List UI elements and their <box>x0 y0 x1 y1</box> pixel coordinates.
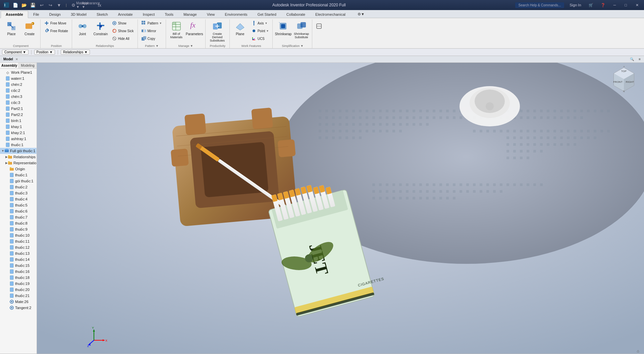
tree-item[interactable]: Mate:26 <box>0 299 37 305</box>
purchase-btn[interactable]: 🛒 <box>587 2 595 8</box>
qat-undo[interactable]: ↩ <box>38 2 45 8</box>
component-dropdown-btn[interactable]: Component ▼ <box>2 50 29 55</box>
position-dropdown-btn[interactable]: Position ▼ <box>34 50 55 55</box>
tree-item[interactable]: thuốc:7 <box>0 214 37 220</box>
tree-item[interactable]: thuốc:10 <box>0 232 37 238</box>
model-tab-close[interactable]: ✕ <box>15 58 18 61</box>
tab-view[interactable]: View <box>202 10 220 18</box>
show-sick-button[interactable]: ! Show Sick <box>110 27 136 35</box>
tab-3dmodel[interactable]: 3D Model <box>66 10 92 18</box>
viewcube[interactable]: TOP RIGHT FRONT N S <box>610 66 637 93</box>
tree-item[interactable]: chén:2 <box>0 81 37 87</box>
nav-search-btn[interactable]: 🔍 <box>629 57 635 61</box>
tab-electromechanical[interactable]: Electromechanical <box>310 10 351 18</box>
help-btn[interactable]: ❓ <box>599 2 607 8</box>
tab-environments[interactable]: Environments <box>220 10 252 18</box>
qat-redo[interactable]: ↪ <box>47 2 54 8</box>
search-help-box[interactable]: Search Help & Commands... <box>515 2 565 8</box>
panel-tab-assembly[interactable]: Assembly <box>0 63 19 68</box>
tree-item[interactable]: thuốc:13 <box>0 250 37 256</box>
tree-item[interactable]: ◇Work Plane1 <box>0 69 37 75</box>
axis-button[interactable]: Axis ▼ <box>250 19 271 27</box>
tree-item[interactable]: waterr:1 <box>0 75 37 81</box>
tree-item[interactable]: thuốc:14 <box>0 256 37 262</box>
tree-item[interactable]: thuốc:21 <box>0 293 37 299</box>
tree-item[interactable]: thuốc:19 <box>0 281 37 287</box>
mirror-button[interactable]: Mirror <box>140 27 164 35</box>
joint-button[interactable]: Joint <box>74 19 91 37</box>
ucs-button[interactable]: UCS <box>250 35 271 42</box>
create-button[interactable]: + Create <box>21 19 38 37</box>
tab-file[interactable]: File <box>28 10 44 18</box>
tree-item[interactable]: thuốc:5 <box>0 202 37 208</box>
tab-manage[interactable]: Manage <box>178 10 202 18</box>
home-tab-btn[interactable]: ⌂ <box>635 348 641 354</box>
qat-formula[interactable]: fx <box>96 2 103 8</box>
minimize-btn[interactable]: ─ <box>611 2 619 8</box>
tree-item[interactable]: thuốc:1 <box>0 142 37 148</box>
tab-inspect[interactable]: Inspect <box>138 10 160 18</box>
tree-item[interactable]: khay:2:1 <box>0 130 37 136</box>
qat-appearance[interactable]: Appearance ▼ <box>88 2 94 8</box>
sign-in-btn[interactable]: Sign In <box>568 2 583 8</box>
tab-options[interactable]: ⚙▼ <box>353 10 370 18</box>
tree-item[interactable]: thuốc:18 <box>0 275 37 281</box>
show-button[interactable]: Show <box>110 19 136 27</box>
tree-item[interactable]: Part2:2 <box>0 112 37 118</box>
maximize-btn[interactable]: □ <box>622 2 630 8</box>
tree-item[interactable]: thuốc:8 <box>0 220 37 226</box>
tab-assemble[interactable]: Assemble <box>1 11 28 18</box>
point-button[interactable]: Point ▼ <box>250 27 271 35</box>
axis-dropdown[interactable]: ▼ <box>265 22 268 25</box>
tree-item[interactable]: gói thuốc:1 <box>0 178 37 184</box>
app-icon[interactable]: I <box>3 1 10 9</box>
tree-item[interactable]: cốc:3 <box>0 100 37 106</box>
tree-item[interactable]: Origin <box>0 166 37 172</box>
viewport[interactable]: JET CIGARETTES <box>37 63 644 354</box>
tree-item[interactable]: thuốc:1 <box>0 172 37 178</box>
tree-item[interactable]: ▼Full gói thuốc:1 <box>0 148 37 154</box>
tree-item[interactable]: cốc:2 <box>0 87 37 94</box>
tree-item[interactable]: ▶Representation <box>0 160 37 166</box>
nav-model-tab[interactable]: Model ✕ <box>2 57 19 61</box>
place-button[interactable]: Place <box>3 19 20 37</box>
tree-item[interactable]: thuốc:20 <box>0 287 37 293</box>
pattern-button[interactable]: Pattern ▼ <box>140 19 164 27</box>
shrinkwrap-substitute-button[interactable]: ShrinkwrapSubstitute <box>292 19 310 40</box>
viewcube-toggle[interactable] <box>314 19 324 33</box>
free-move-button[interactable]: Free Move <box>42 19 70 27</box>
tree-item[interactable]: thuốc:15 <box>0 262 37 269</box>
tree-item[interactable]: thuốc:11 <box>0 238 37 244</box>
tree-item[interactable]: Part2:1 <box>0 106 37 112</box>
tab-getstarted[interactable]: Get Started <box>253 10 281 18</box>
copy-button[interactable]: Copy <box>140 35 164 42</box>
free-rotate-button[interactable]: Free Rotate <box>42 27 70 35</box>
tab-tools[interactable]: Tools <box>160 10 178 18</box>
tree-item[interactable]: thuốc:4 <box>0 196 37 202</box>
tree-item[interactable]: thuốc:9 <box>0 226 37 232</box>
nav-list-btn[interactable]: ≡ <box>637 57 642 61</box>
tab-collaborate[interactable]: Collaborate <box>281 10 310 18</box>
tree-item[interactable]: thuốc:12 <box>0 244 37 250</box>
tree-item[interactable]: bình:1 <box>0 118 37 124</box>
qat-settings[interactable]: ⚙ <box>70 2 77 8</box>
tab-annotate[interactable]: Annotate <box>113 10 138 18</box>
tree-item[interactable]: ashtray:1 <box>0 136 37 142</box>
panel-tab-modeling[interactable]: Modeling <box>19 63 37 68</box>
qat-save[interactable]: 💾 <box>30 2 36 8</box>
point-dropdown[interactable]: ▼ <box>266 30 269 33</box>
plane-button[interactable]: Plane <box>231 19 249 37</box>
constrain-button[interactable]: Constrain <box>92 19 109 37</box>
qat-more[interactable]: ▼ <box>56 2 62 8</box>
tree-item[interactable]: chén:3 <box>0 94 37 100</box>
create-derived-button[interactable]: Create DerivedSubstitutes <box>207 19 227 44</box>
tree-expander[interactable]: ▼ <box>1 149 4 153</box>
tree-expander[interactable]: ▶ <box>5 155 8 159</box>
tree-item[interactable]: thuốc:3 <box>0 190 37 196</box>
hide-all-button[interactable]: Hide All <box>110 35 136 42</box>
tree-item[interactable]: khay:1 <box>0 124 37 130</box>
close-btn[interactable]: ✕ <box>633 2 641 8</box>
tree-item[interactable]: ▶Relationships <box>0 154 37 160</box>
tree-item[interactable]: thuốc:2 <box>0 184 37 190</box>
shrinkwrap-button[interactable]: Shrinkwrap <box>274 19 292 37</box>
